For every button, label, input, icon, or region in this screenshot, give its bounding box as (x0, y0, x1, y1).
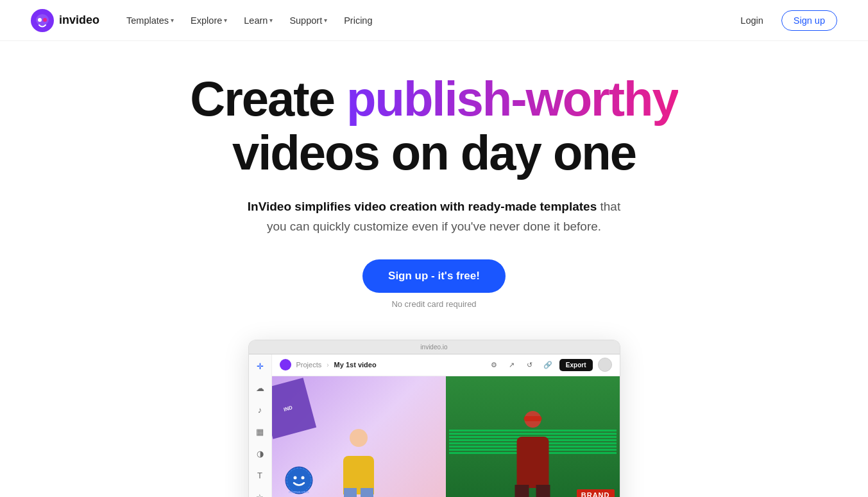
svg-text:POSITIVE VIBES: POSITIVE VIBES (289, 491, 309, 494)
login-button[interactable]: Login (733, 12, 770, 30)
svg-point-6 (293, 476, 296, 479)
sidebar-photo-icon[interactable]: ▦ (254, 426, 266, 438)
svg-point-7 (301, 476, 304, 479)
app-inner: ✛ ☁ ♪ ▦ ◑ T ☆ Projects › My 1st video (249, 354, 620, 497)
gradient-text: publish-worthy (346, 71, 678, 126)
sidebar-music-icon[interactable]: ♪ (254, 405, 266, 416)
banner-text: IND (283, 405, 293, 412)
chevron-down-icon: ▾ (224, 17, 227, 24)
hero-cta-wrap: Sign up - it's free! No credit card requ… (0, 259, 868, 309)
sidebar-star-icon[interactable]: ☆ (254, 492, 266, 497)
topbar-video-title: My 1st video (334, 361, 377, 369)
person-leg-left (344, 488, 357, 497)
app-main: Projects › My 1st video ⚙ ↗ ↺ 🔗 Export (272, 354, 620, 497)
nav-right: Login Sign up (733, 10, 837, 31)
app-sidebar: ✛ ☁ ♪ ▦ ◑ T ☆ (249, 354, 272, 497)
canvas-split: IND (272, 376, 620, 497)
canvas-left-image: IND (272, 376, 446, 497)
person-body-right (516, 437, 549, 488)
topbar-undo-icon[interactable]: ↺ (523, 358, 536, 371)
nav-item-explore[interactable]: Explore ▾ (184, 12, 234, 30)
navbar: invideo Templates ▾ Explore ▾ Learn ▾ Su… (0, 0, 868, 41)
sunglasses (523, 416, 541, 421)
browser-frame: invideo.io ✛ ☁ ♪ ▦ ◑ T ☆ Projects (248, 340, 620, 497)
nav-item-templates[interactable]: Templates ▾ (120, 12, 180, 30)
app-canvas: IND (272, 376, 620, 497)
canvas-right: BRAND (446, 376, 620, 497)
hero-cta-button[interactable]: Sign up - it's free! (362, 259, 506, 293)
topbar-icons: ⚙ ↗ ↺ 🔗 Export (488, 358, 612, 372)
sidebar-cloud-icon[interactable]: ☁ (254, 383, 266, 394)
logo-icon (31, 9, 54, 32)
logo[interactable]: invideo (31, 9, 99, 32)
sidebar-move-icon[interactable]: ✛ (254, 361, 266, 372)
person-leg-right (361, 488, 373, 497)
logo-text: invideo (59, 13, 99, 27)
chevron-down-icon: ▾ (171, 17, 174, 24)
app-topbar: Projects › My 1st video ⚙ ↗ ↺ 🔗 Export (272, 354, 620, 376)
browser-url: invideo.io (420, 344, 447, 351)
hero-headline: Create publish-worthy videos on day one (0, 72, 868, 179)
nav-left: invideo Templates ▾ Explore ▾ Learn ▾ Su… (31, 9, 379, 32)
app-preview: invideo.io ✛ ☁ ♪ ▦ ◑ T ☆ Projects (0, 340, 868, 497)
svg-point-4 (285, 467, 312, 494)
svg-point-3 (43, 18, 47, 22)
hero-subtext: InVideo simplifies video creation with r… (242, 197, 627, 236)
smiley-sticker: POSITIVE VIBES (285, 466, 313, 494)
signup-button[interactable]: Sign up (781, 10, 837, 31)
nav-item-learn[interactable]: Learn ▾ (237, 12, 279, 30)
chevron-down-icon: ▾ (269, 17, 273, 24)
topbar-breadcrumb: Projects (296, 361, 322, 369)
person-figure-right (509, 411, 557, 497)
sidebar-brush-icon[interactable]: ◑ (254, 448, 266, 460)
export-button[interactable]: Export (559, 359, 593, 371)
person-head (350, 429, 368, 447)
smiley-svg: POSITIVE VIBES (285, 466, 313, 494)
topbar-settings-icon[interactable]: ⚙ (488, 358, 500, 371)
nav-links: Templates ▾ Explore ▾ Learn ▾ Support ▾ … (120, 12, 379, 30)
user-avatar (598, 358, 612, 372)
browser-bar: invideo.io (249, 340, 620, 354)
chevron-down-icon: ▾ (324, 17, 327, 24)
topbar-separator: › (327, 362, 328, 369)
nav-item-pricing[interactable]: Pricing (337, 12, 379, 30)
topbar-link-icon[interactable]: 🔗 (541, 358, 554, 371)
person-leg-right-r (536, 485, 550, 497)
person-leg-right-l (515, 485, 529, 497)
sidebar-text-icon[interactable]: T (254, 470, 266, 482)
nav-item-support[interactable]: Support ▾ (283, 12, 334, 30)
topbar-logo-dot (280, 359, 291, 371)
no-credit-card-text: No credit card required (391, 299, 476, 309)
brand-label: BRAND (577, 489, 615, 497)
person-figure-left (336, 424, 381, 497)
topbar-left: Projects › My 1st video (280, 359, 377, 371)
svg-point-2 (38, 18, 42, 22)
canvas-left: IND (272, 376, 446, 497)
topbar-share-icon[interactable]: ↗ (506, 358, 518, 371)
hero-section: Create publish-worthy videos on day one … (0, 0, 868, 309)
banner-overlay: IND (272, 378, 316, 439)
